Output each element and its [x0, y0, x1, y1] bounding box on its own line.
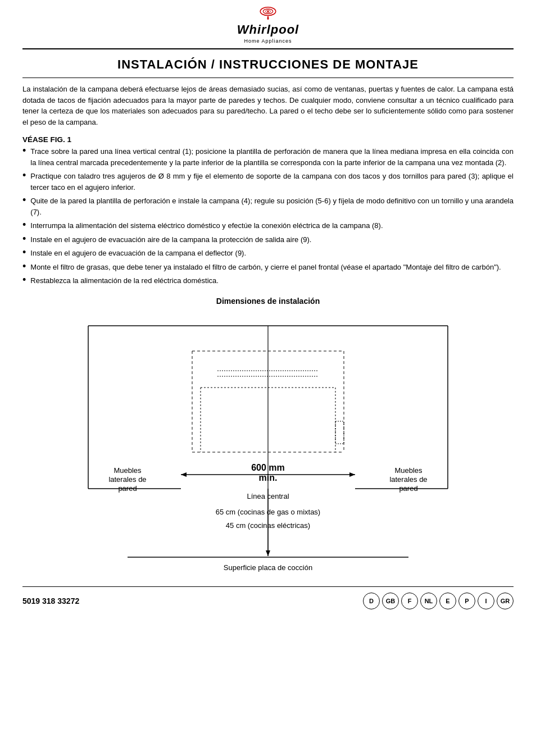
instruction-text: Trace sobre la pared una línea vertical … — [30, 146, 514, 168]
bullet-icon: • — [22, 194, 26, 207]
section-heading: VÉASE FIG. 1 — [22, 135, 514, 144]
title-section: INSTALACIÓN / INSTRUCCIONES DE MONTAJE — [22, 49, 514, 78]
list-item: •Monte el filtro de grasas, que debe ten… — [22, 262, 514, 273]
bullet-icon: • — [22, 261, 26, 273]
instruction-text: Restablezca la alimentación de la red el… — [30, 275, 219, 286]
footer-countries: DGBFNLEPIGR — [363, 593, 514, 609]
bullet-icon: • — [22, 145, 26, 157]
footer-code: 5019 318 33272 — [22, 596, 79, 605]
svg-point-3 — [267, 11, 269, 12]
page: Whirlpool Home Appliances INSTALACIÓN / … — [0, 0, 536, 756]
bullet-icon: • — [22, 247, 26, 259]
logo: Whirlpool Home Appliances — [22, 6, 514, 44]
diagram-svg: 600 mm min. Línea central 65 cm (cocinas… — [71, 315, 465, 573]
list-item: •Quite de la pared la plantilla de perfo… — [22, 195, 514, 217]
instruction-text: Interrumpa la alimentación del sistema e… — [30, 220, 383, 231]
country-badge: I — [478, 593, 494, 609]
bullet-icon: • — [22, 170, 26, 182]
svg-text:pared: pared — [399, 484, 417, 493]
list-item: •Instale en el agujero de evacuación air… — [22, 234, 514, 245]
svg-text:Muebles: Muebles — [394, 466, 423, 475]
svg-marker-26 — [266, 550, 270, 556]
bullet-icon: • — [22, 233, 26, 245]
intro-text: La instalación de la campana deberá efec… — [22, 84, 514, 127]
svg-text:laterales de: laterales de — [389, 475, 427, 484]
logo-text: Whirlpool — [237, 22, 299, 37]
svg-text:45 cm (cocinas eléctricas): 45 cm (cocinas eléctricas) — [226, 521, 310, 530]
page-title: INSTALACIÓN / INSTRUCCIONES DE MONTAJE — [22, 57, 514, 72]
svg-text:pared: pared — [118, 484, 137, 493]
svg-marker-22 — [349, 472, 355, 477]
instruction-text: Quite de la pared la plantilla de perfor… — [30, 195, 514, 217]
svg-text:600 mm: 600 mm — [251, 463, 285, 472]
logo-sub: Home Appliances — [244, 38, 292, 44]
country-badge: P — [458, 593, 475, 609]
diagram-section: Dimensiones de instalación — [22, 297, 514, 573]
header: Whirlpool Home Appliances — [22, 0, 514, 49]
svg-text:Línea central: Línea central — [247, 492, 289, 500]
diagram-container: 600 mm min. Línea central 65 cm (cocinas… — [71, 315, 465, 573]
country-badge: GB — [382, 593, 399, 609]
list-item: •Practique con taladro tres agujeros de … — [22, 171, 514, 193]
country-badge: E — [439, 593, 456, 609]
instruction-text: Instale en el agujero de evacuación de l… — [30, 248, 246, 259]
bullet-icon: • — [22, 219, 26, 231]
country-badge: D — [363, 593, 380, 609]
whirlpool-logo-icon — [254, 6, 282, 21]
instruction-text: Practique con taladro tres agujeros de Ø… — [30, 171, 514, 193]
list-item: •Restablezca la alimentación de la red e… — [22, 275, 514, 286]
svg-text:laterales de: laterales de — [108, 475, 146, 484]
diagram-title: Dimensiones de instalación — [22, 297, 514, 306]
instruction-text: Instale en el agujero de evacuación aire… — [30, 234, 311, 245]
list-item: •Trace sobre la pared una línea vertical… — [22, 146, 514, 168]
list-item: •Interrumpa la alimentación del sistema … — [22, 220, 514, 231]
country-badge: NL — [420, 593, 437, 609]
instruction-list: •Trace sobre la pared una línea vertical… — [22, 146, 514, 286]
footer: 5019 318 33272 DGBFNLEPIGR — [22, 586, 514, 609]
svg-rect-19 — [335, 421, 344, 444]
svg-marker-21 — [181, 472, 187, 477]
country-badge: F — [401, 593, 418, 609]
instruction-text: Monte el filtro de grasas, que debe tene… — [30, 262, 501, 273]
bullet-icon: • — [22, 274, 26, 286]
svg-text:65 cm (cocinas de gas o mixtas: 65 cm (cocinas de gas o mixtas) — [216, 508, 320, 516]
country-badge: GR — [497, 593, 514, 609]
list-item: •Instale en el agujero de evacuación de … — [22, 248, 514, 259]
svg-text:min.: min. — [259, 473, 278, 482]
svg-text:Superficie placa de cocción: Superficie placa de cocción — [224, 563, 312, 572]
svg-text:Muebles: Muebles — [113, 466, 142, 475]
